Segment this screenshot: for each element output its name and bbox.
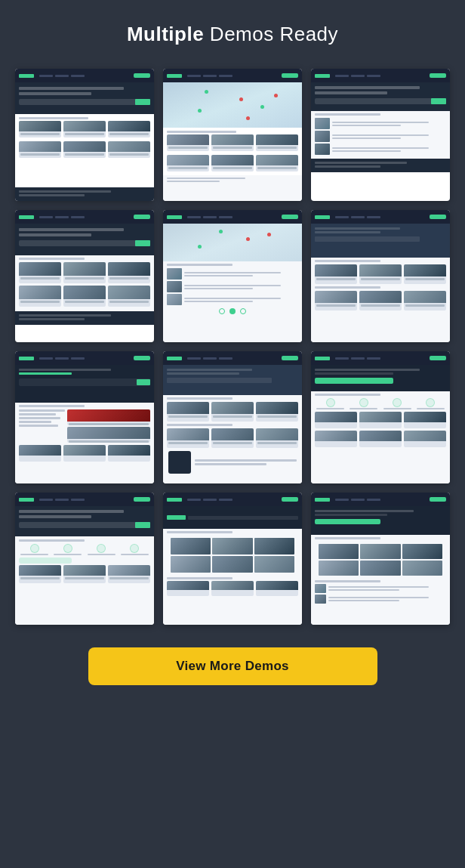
demo-card[interactable] (15, 351, 154, 483)
view-more-demos-button[interactable]: View More Demos (88, 647, 377, 685)
demo-card[interactable] (15, 69, 154, 201)
demos-grid (15, 69, 450, 625)
demo-card[interactable] (163, 69, 302, 201)
demo-card[interactable] (311, 351, 450, 483)
demo-card[interactable] (163, 210, 302, 342)
demo-card[interactable] (311, 210, 450, 342)
demo-card[interactable] (15, 493, 154, 625)
page-title: Multiple Demos Ready (127, 23, 338, 46)
demo-card[interactable] (15, 210, 154, 342)
demo-card[interactable] (311, 493, 450, 625)
demo-card[interactable] (163, 351, 302, 483)
demo-card[interactable] (311, 69, 450, 201)
demo-card[interactable] (163, 493, 302, 625)
